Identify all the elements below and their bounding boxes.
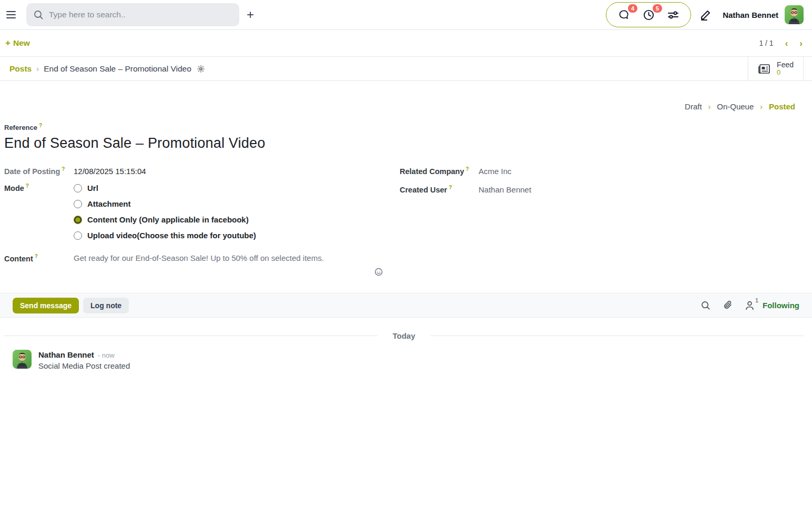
filters-button[interactable]: [667, 9, 679, 21]
date-of-posting-value[interactable]: 12/08/2025 15:15:04: [74, 167, 146, 176]
following-toggle[interactable]: Following: [763, 301, 799, 310]
reference-block: Reference? End of Season Sale – Promotio…: [4, 123, 804, 151]
add-tab-button[interactable]: +: [247, 8, 254, 21]
sliders-icon: [667, 9, 679, 21]
date-of-posting-label: Date of Posting?: [4, 166, 74, 176]
fields-left-column: Date of Posting? 12/08/2025 15:15:04 Mod…: [4, 166, 400, 283]
field-related-company: Related Company? Acme Inc: [400, 166, 804, 176]
created-user-value[interactable]: Nathan Bennet: [479, 185, 531, 194]
feed-message: Nathan Bennet - now Social Media Post cr…: [13, 350, 812, 370]
field-created-user: Created User? Nathan Bennet: [400, 185, 804, 194]
date-divider: Today: [4, 331, 804, 340]
fields-right-column: Related Company? Acme Inc Created User? …: [400, 166, 804, 283]
mode-option-attachment[interactable]: Attachment: [74, 199, 256, 208]
help-marker: ?: [465, 166, 469, 172]
paperclip-icon: [723, 300, 733, 310]
user-name[interactable]: Nathan Bennet: [723, 11, 778, 19]
feed-stat-button[interactable]: Feed 0: [748, 57, 804, 80]
field-mode: Mode? Url Attachment Content Only (Only …: [4, 183, 400, 240]
messages-count-badge: 4: [628, 4, 637, 13]
messages-button[interactable]: 4: [618, 9, 630, 21]
content-label: Content?: [4, 254, 74, 263]
newspaper-icon: [758, 63, 772, 75]
status-bar: Draft › On-Queue › Posted: [4, 102, 804, 111]
breadcrumb-bar: Posts › End of Season Sale – Promotional…: [0, 56, 812, 81]
mode-option-url-label: Url: [87, 184, 98, 192]
pager-counter: 1 / 1: [759, 39, 773, 47]
help-marker: ?: [62, 166, 65, 172]
notification-pill: 4 5: [606, 2, 691, 27]
status-step-posted[interactable]: Posted: [769, 102, 795, 111]
related-company-value[interactable]: Acme Inc: [479, 167, 512, 176]
status-step-on-queue[interactable]: On-Queue: [717, 102, 754, 111]
field-date-of-posting: Date of Posting? 12/08/2025 15:15:04: [4, 166, 400, 176]
chatter-toolbar: Send message Log note 1 Following: [0, 293, 812, 318]
mode-option-url[interactable]: Url: [74, 184, 256, 192]
created-user-label: Created User?: [400, 185, 479, 194]
message-body: Social Media Post created: [38, 361, 130, 370]
content-value[interactable]: Get ready for our End-of-Season Sale! Up…: [74, 254, 400, 262]
reference-label: Reference?: [4, 123, 804, 131]
breadcrumb-posts-link[interactable]: Posts: [9, 64, 32, 74]
help-marker: ?: [35, 254, 38, 259]
log-note-button[interactable]: Log note: [83, 298, 129, 313]
search-icon: [701, 301, 710, 310]
mode-option-attachment-label: Attachment: [87, 199, 131, 208]
mode-option-content-only[interactable]: Content Only (Only applicable in faceboo…: [74, 215, 256, 224]
person-icon: [745, 301, 754, 310]
new-record-label: New: [13, 38, 30, 48]
smiley-icon: [374, 268, 383, 276]
search-input[interactable]: [49, 10, 232, 19]
edit-button[interactable]: [699, 8, 712, 21]
help-marker: ?: [39, 123, 42, 128]
top-header: + 4 5 Nathan Bennet: [0, 0, 812, 30]
control-bar: + New 1 / 1 ‹ ›: [0, 30, 812, 56]
mode-radio-group: Url Attachment Content Only (Only applic…: [74, 183, 256, 240]
hamburger-menu-icon[interactable]: [2, 6, 21, 23]
send-message-button[interactable]: Send message: [13, 298, 79, 313]
activities-count-badge: 5: [653, 4, 662, 13]
user-avatar[interactable]: [785, 5, 804, 24]
attach-files-button[interactable]: [723, 300, 733, 310]
mode-radio-attachment[interactable]: [74, 200, 82, 208]
new-record-button[interactable]: + New: [5, 38, 30, 48]
mode-radio-content-only[interactable]: [74, 216, 82, 224]
followers-button[interactable]: 1: [745, 301, 754, 310]
mode-option-upload-video[interactable]: Upload video(Choose this mode for youtub…: [74, 231, 256, 240]
mode-option-upload-video-label: Upload video(Choose this mode for youtub…: [87, 231, 256, 240]
message-timestamp: - now: [98, 351, 115, 359]
mode-radio-url[interactable]: [74, 184, 82, 192]
help-marker: ?: [449, 185, 452, 190]
fields-grid: Date of Posting? 12/08/2025 15:15:04 Mod…: [4, 166, 804, 283]
divider-line: [4, 336, 378, 336]
search-messages-button[interactable]: [701, 301, 710, 310]
help-marker: ?: [26, 183, 29, 189]
mode-radio-upload-video[interactable]: [74, 231, 82, 240]
pencil-icon: [699, 8, 712, 21]
breadcrumb-separator: ›: [36, 64, 39, 73]
mode-option-content-only-label: Content Only (Only applicable in faceboo…: [87, 215, 249, 224]
record-title[interactable]: End of Season Sale – Promotional Video: [4, 135, 804, 151]
breadcrumb-current: End of Season Sale – Promotional Video: [44, 64, 191, 74]
pager-previous-button[interactable]: ‹: [785, 39, 788, 48]
activities-button[interactable]: 5: [643, 9, 655, 21]
record-actions-gear-icon[interactable]: [197, 65, 205, 73]
status-step-draft[interactable]: Draft: [685, 102, 702, 111]
feed-count: 0: [777, 69, 794, 77]
plus-icon: +: [5, 38, 11, 48]
message-author-avatar[interactable]: [13, 350, 32, 369]
form-sheet: Draft › On-Queue › Posted Reference? End…: [0, 102, 812, 283]
divider-line: [430, 336, 804, 336]
feed-button-label: Feed: [777, 60, 794, 69]
emoji-picker-button[interactable]: [374, 268, 383, 276]
field-content: Content? Get ready for our End-of-Season…: [4, 254, 400, 276]
global-search[interactable]: [26, 3, 239, 26]
date-divider-label: Today: [392, 331, 415, 340]
status-separator: ›: [708, 103, 711, 111]
message-author[interactable]: Nathan Bennet: [38, 350, 94, 359]
search-icon: [34, 10, 44, 20]
related-company-label: Related Company?: [400, 166, 479, 176]
pager-next-button[interactable]: ›: [799, 39, 803, 48]
mode-label: Mode?: [4, 183, 74, 192]
record-pager: 1 / 1 ‹ ›: [759, 39, 803, 48]
